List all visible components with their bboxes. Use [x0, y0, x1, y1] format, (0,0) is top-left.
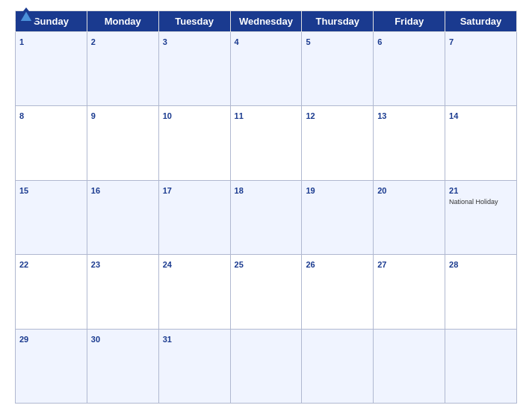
calendar-cell: 25: [230, 255, 302, 329]
day-header-tuesday: Tuesday: [158, 11, 230, 32]
day-header-wednesday: Wednesday: [230, 11, 302, 32]
calendar-body: 123456789101112131415161718192021Nationa…: [16, 32, 517, 404]
calendar-cell: 28: [445, 255, 517, 329]
day-number: 27: [377, 260, 386, 269]
day-header-friday: Friday: [374, 11, 445, 32]
calendar-cell: 24: [158, 255, 230, 329]
calendar-cell: 23: [87, 255, 158, 329]
calendar-week-row: 15161718192021National Holiday: [16, 180, 517, 254]
day-number: 28: [449, 260, 458, 269]
calendar-cell: 27: [374, 255, 445, 329]
calendar-cell: 5: [302, 32, 374, 106]
calendar-cell: [445, 329, 517, 403]
day-number: 30: [91, 335, 100, 344]
logo-icon: [15, 7, 37, 21]
day-header-thursday: Thursday: [302, 11, 374, 32]
calendar-cell: 11: [230, 106, 302, 180]
calendar-cell: [374, 329, 445, 403]
day-number: 29: [19, 335, 28, 344]
logo: [15, 7, 40, 21]
day-number: 5: [306, 37, 310, 46]
calendar-cell: 20: [374, 180, 445, 254]
calendar-cell: 7: [445, 32, 517, 106]
day-number: 25: [235, 260, 244, 269]
day-number: 21: [449, 186, 458, 195]
day-number: 2: [91, 37, 96, 46]
day-number: 8: [19, 111, 24, 120]
holiday-label: National Holiday: [449, 198, 513, 206]
calendar-cell: [302, 329, 374, 403]
calendar-cell: 13: [374, 106, 445, 180]
calendar-cell: 12: [302, 106, 374, 180]
calendar-cell: 14: [445, 106, 517, 180]
calendar-cell: 16: [87, 180, 158, 254]
calendar-week-row: 293031: [16, 329, 517, 403]
calendar-cell: 21National Holiday: [445, 180, 517, 254]
days-of-week-row: SundayMondayTuesdayWednesdayThursdayFrid…: [16, 11, 517, 32]
day-number: 24: [163, 260, 172, 269]
day-number: 18: [235, 186, 244, 195]
calendar-cell: 6: [374, 32, 445, 106]
calendar-cell: 31: [158, 329, 230, 403]
day-number: 1: [19, 37, 24, 46]
calendar-week-row: 1234567: [16, 32, 517, 106]
calendar-cell: 29: [16, 329, 87, 403]
day-header-saturday: Saturday: [445, 11, 517, 32]
day-number: 10: [163, 111, 172, 120]
day-number: 22: [19, 260, 28, 269]
day-number: 13: [377, 111, 386, 120]
day-number: 6: [377, 37, 382, 46]
day-number: 31: [163, 335, 172, 344]
day-number: 15: [19, 186, 28, 195]
day-number: 20: [377, 186, 386, 195]
day-header-monday: Monday: [87, 11, 158, 32]
calendar-cell: 1: [16, 32, 87, 106]
calendar-cell: 17: [158, 180, 230, 254]
calendar-cell: [230, 329, 302, 403]
calendar-cell: 19: [302, 180, 374, 254]
calendar-cell: 30: [87, 329, 158, 403]
day-number: 7: [449, 37, 454, 46]
day-number: 19: [306, 186, 315, 195]
calendar-cell: 26: [302, 255, 374, 329]
day-number: 17: [163, 186, 172, 195]
calendar-cell: 9: [87, 106, 158, 180]
day-number: 12: [306, 111, 315, 120]
calendar-cell: 3: [158, 32, 230, 106]
calendar-week-row: 22232425262728: [16, 255, 517, 329]
calendar-week-row: 891011121314: [16, 106, 517, 180]
calendar-cell: 4: [230, 32, 302, 106]
calendar-cell: 2: [87, 32, 158, 106]
calendar-table: SundayMondayTuesdayWednesdayThursdayFrid…: [15, 10, 517, 404]
day-number: 26: [306, 260, 315, 269]
day-number: 4: [235, 37, 239, 46]
day-number: 3: [163, 37, 167, 46]
day-number: 16: [91, 186, 100, 195]
day-number: 9: [91, 111, 96, 120]
day-number: 14: [449, 111, 458, 120]
calendar-cell: 15: [16, 180, 87, 254]
day-number: 23: [91, 260, 100, 269]
calendar-cell: 8: [16, 106, 87, 180]
calendar-cell: 10: [158, 106, 230, 180]
calendar-cell: 18: [230, 180, 302, 254]
calendar-cell: 22: [16, 255, 87, 329]
day-number: 11: [235, 111, 244, 120]
